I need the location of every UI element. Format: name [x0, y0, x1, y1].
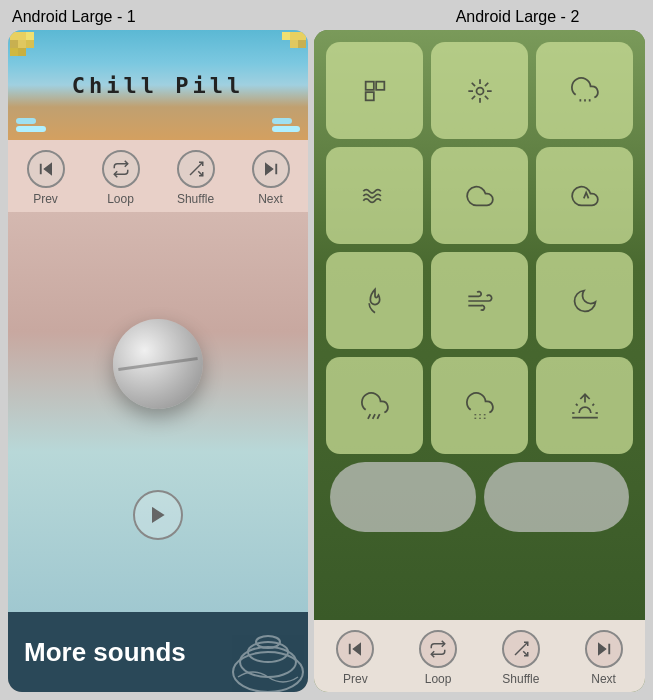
shuffle-button[interactable]	[177, 150, 215, 188]
icon-tile-sunrise[interactable]	[536, 357, 633, 454]
icon-grid	[326, 42, 633, 454]
svg-rect-11	[365, 81, 373, 89]
svg-marker-37	[598, 644, 605, 655]
wave-decoration-icon	[228, 612, 308, 692]
next-button[interactable]	[252, 150, 290, 188]
prev-label: Prev	[33, 192, 58, 206]
next-control[interactable]: Next	[252, 150, 290, 206]
prev-button-right[interactable]	[336, 630, 374, 668]
loop-label: Loop	[107, 192, 134, 206]
next-control-right[interactable]: Next	[585, 630, 623, 686]
svg-line-19	[372, 414, 374, 419]
icon-tile-cloud-rain[interactable]	[536, 42, 633, 139]
shuffle-button-right[interactable]	[502, 630, 540, 668]
prev-label-right: Prev	[343, 672, 368, 686]
svg-line-18	[368, 414, 370, 419]
more-sounds-text: More sounds	[24, 637, 186, 668]
icon-tile-fire[interactable]	[326, 252, 423, 349]
icon-tile-rain-heavy[interactable]	[326, 357, 423, 454]
prev-control[interactable]: Prev	[27, 150, 65, 206]
svg-marker-0	[44, 164, 51, 175]
svg-line-20	[377, 414, 379, 419]
icon-tile-cloud[interactable]	[431, 147, 528, 244]
next-label-right: Next	[591, 672, 616, 686]
pill-3d-visual	[113, 319, 203, 409]
loop-control[interactable]: Loop	[102, 150, 140, 206]
pill-shape-left	[330, 462, 476, 532]
svg-rect-13	[376, 81, 384, 89]
svg-marker-6	[153, 508, 164, 522]
app-title: Chill Pill	[72, 73, 244, 98]
main-visual-area	[8, 212, 308, 612]
icon-tile-lightning[interactable]	[536, 147, 633, 244]
play-button[interactable]	[133, 490, 183, 540]
prev-button[interactable]	[27, 150, 65, 188]
icon-tile-night[interactable]	[536, 252, 633, 349]
next-label: Next	[258, 192, 283, 206]
loop-button[interactable]	[102, 150, 140, 188]
pill-line	[118, 357, 198, 371]
screen2-label: Android Large - 2	[456, 8, 580, 26]
screen-left: Chill Pill Prev	[8, 30, 308, 692]
icon-tile-drizzle[interactable]	[431, 357, 528, 454]
svg-point-14	[476, 87, 483, 94]
svg-line-28	[575, 403, 577, 405]
controls-bar-right: Prev Loop	[314, 620, 645, 692]
icon-tile-wind[interactable]	[431, 252, 528, 349]
loop-control-right[interactable]: Loop	[419, 630, 457, 686]
shuffle-label-right: Shuffle	[502, 672, 539, 686]
bottom-pills-row	[326, 462, 633, 540]
icon-tile-layers[interactable]	[326, 42, 423, 139]
screen-right: Prev Loop	[314, 30, 645, 692]
pill-shape-right	[484, 462, 630, 532]
prev-control-right[interactable]: Prev	[336, 630, 374, 686]
svg-marker-4	[265, 164, 272, 175]
bottom-banner: More sounds	[8, 612, 308, 692]
svg-rect-12	[365, 92, 373, 100]
shuffle-control[interactable]: Shuffle	[177, 150, 215, 206]
controls-bar-left: Prev Loop	[8, 140, 308, 212]
loop-button-right[interactable]	[419, 630, 457, 668]
icon-tile-waves[interactable]	[326, 147, 423, 244]
shuffle-label: Shuffle	[177, 192, 214, 206]
icon-tile-radiation[interactable]	[431, 42, 528, 139]
svg-point-7	[233, 652, 303, 692]
loop-label-right: Loop	[425, 672, 452, 686]
svg-marker-33	[354, 644, 361, 655]
shuffle-control-right[interactable]: Shuffle	[502, 630, 540, 686]
right-main-area	[314, 30, 645, 620]
header-area: Chill Pill	[8, 30, 308, 140]
screen1-label: Android Large - 1	[12, 8, 136, 26]
svg-line-31	[592, 403, 594, 405]
next-button-right[interactable]	[585, 630, 623, 668]
